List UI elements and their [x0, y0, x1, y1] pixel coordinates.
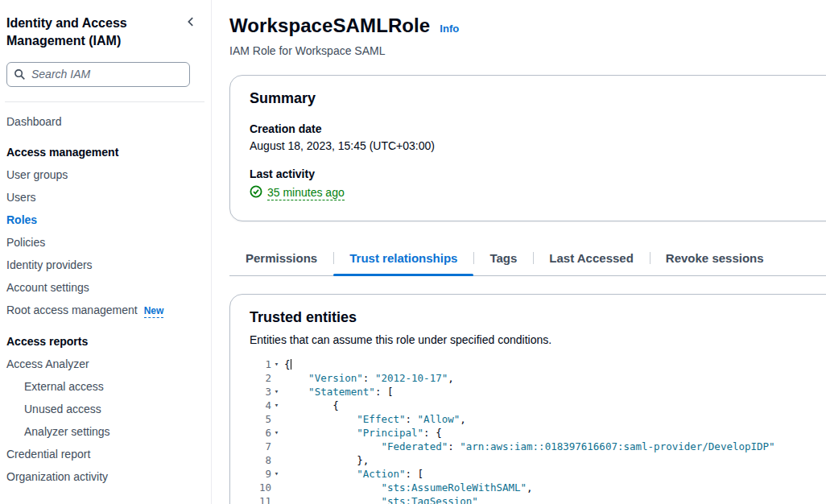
code-line: 10 "sts:AssumeRoleWithSAML",	[245, 481, 825, 494]
line-number[interactable]: 5	[245, 412, 282, 426]
sidebar-item-label: Analyzer settings	[24, 425, 110, 438]
sidebar-item-label: Roles	[6, 213, 37, 226]
sidebar-item-organization-activity[interactable]: Organization activity	[6, 465, 200, 488]
sidebar-item-dashboard[interactable]: Dashboard	[6, 110, 200, 133]
tab-trust-relationships[interactable]: Trust relationships	[333, 244, 473, 275]
code-line: 4▾ {	[245, 399, 825, 412]
last-activity-value[interactable]: 35 minutes ago	[267, 186, 345, 200]
sidebar-section-access-management: Access management	[6, 141, 200, 163]
tab-tags[interactable]: Tags	[473, 244, 533, 275]
fold-arrow-icon[interactable]: ▾	[271, 357, 282, 371]
code-content[interactable]: "Action": [	[282, 467, 423, 481]
policy-code-editor[interactable]: 1▾{2 "Version": "2012-10-17",3▾ "Stateme…	[245, 357, 825, 504]
code-content[interactable]: "Principal": {	[282, 426, 442, 440]
line-number[interactable]: 11	[245, 494, 282, 504]
sidebar-item-policies[interactable]: Policies	[6, 231, 200, 254]
text-cursor	[291, 359, 291, 370]
sidebar-header: Identity and Access Management (IAM)	[6, 11, 200, 62]
code-content[interactable]: },	[282, 453, 369, 467]
new-badge: New	[144, 305, 164, 318]
trusted-entities-description: Entities that can assume this role under…	[250, 333, 825, 346]
sidebar-divider	[5, 101, 204, 102]
sidebar-item-roles[interactable]: Roles	[6, 209, 200, 231]
sidebar-item-label: Users	[6, 191, 36, 204]
info-link[interactable]: Info	[440, 23, 459, 35]
sidebar-item-users[interactable]: Users	[6, 186, 200, 209]
code-content[interactable]: "Version": "2012-10-17",	[282, 371, 454, 385]
iam-console: Identity and Access Management (IAM) Das…	[0, 0, 826, 504]
summary-card: Summary Creation date August 18, 2023, 1…	[229, 75, 826, 221]
tab-bar: PermissionsTrust relationshipsTagsLast A…	[229, 244, 826, 276]
sidebar-item-root-access-management[interactable]: Root access managementNew	[6, 299, 200, 322]
sidebar-item-label: Dashboard	[6, 115, 62, 128]
tab-last-accessed[interactable]: Last Accessed	[533, 244, 650, 275]
main-content: WorkspaceSAMLRole Info IAM Role for Work…	[212, 0, 826, 504]
line-number[interactable]: 2	[245, 371, 282, 385]
sidebar-item-label: Account settings	[6, 281, 89, 294]
sidebar-item-label: Unused access	[24, 403, 101, 415]
fold-arrow-icon[interactable]: ▾	[271, 426, 282, 440]
sidebar-collapse-button[interactable]	[182, 13, 200, 33]
sidebar-item-label: Access reports	[6, 335, 88, 348]
sidebar-item-credential-report[interactable]: Credential report	[6, 443, 200, 465]
code-line: 9▾ "Action": [	[245, 467, 825, 481]
sidebar-item-label: User groups	[6, 168, 68, 181]
code-line: 2 "Version": "2012-10-17",	[245, 371, 825, 385]
success-check-icon	[250, 185, 262, 201]
code-content[interactable]: {	[282, 357, 291, 371]
sidebar-item-label: Root access management	[6, 304, 138, 316]
tab-revoke-sessions[interactable]: Revoke sessions	[650, 244, 780, 275]
code-line: 1▾{	[245, 357, 825, 371]
chevron-left-icon	[185, 18, 196, 30]
sidebar-item-label: Identity providers	[6, 258, 93, 271]
sidebar-item-external-access[interactable]: External access	[6, 375, 200, 398]
line-number[interactable]: 1▾	[245, 357, 282, 371]
code-line: 8 },	[245, 453, 825, 467]
line-number[interactable]: 10	[245, 481, 282, 494]
tab-permissions[interactable]: Permissions	[229, 244, 333, 275]
sidebar-item-label: External access	[24, 380, 104, 393]
code-line: 3▾ "Statement": [	[245, 385, 825, 399]
sidebar: Identity and Access Management (IAM) Das…	[0, 0, 212, 504]
sidebar-title: Identity and Access Management (IAM)	[6, 14, 167, 51]
sidebar-item-label: Organization activity	[6, 470, 108, 483]
search-input[interactable]	[6, 62, 190, 87]
last-activity-status: 35 minutes ago	[250, 185, 825, 201]
sidebar-search	[6, 62, 200, 87]
sidebar-item-user-groups[interactable]: User groups	[6, 163, 200, 186]
code-content[interactable]: "sts:AssumeRoleWithSAML",	[282, 481, 533, 494]
code-content[interactable]: "Federated": "arn:aws:iam::018397616607:…	[282, 440, 775, 453]
sidebar-item-account-settings[interactable]: Account settings	[6, 276, 200, 299]
trusted-entities-card: Trusted entities Entities that can assum…	[229, 294, 826, 504]
trusted-entities-heading: Trusted entities	[250, 309, 825, 326]
code-line: 7 "Federated": "arn:aws:iam::01839761660…	[245, 440, 825, 453]
code-line: 11 "sts:TagSession"	[245, 494, 825, 504]
code-content[interactable]: "Effect": "Allow",	[282, 412, 466, 426]
summary-heading: Summary	[250, 90, 825, 107]
last-activity-label: Last activity	[250, 167, 825, 180]
sidebar-item-label: Policies	[6, 236, 45, 249]
code-content[interactable]: {	[282, 399, 339, 412]
line-number[interactable]: 3▾	[245, 385, 282, 399]
sidebar-item-analyzer-settings[interactable]: Analyzer settings	[6, 420, 200, 443]
sidebar-section-access-reports: Access reports	[6, 330, 200, 353]
sidebar-item-label: Access Analyzer	[6, 357, 89, 370]
fold-arrow-icon[interactable]: ▾	[271, 385, 282, 399]
sidebar-item-access-analyzer[interactable]: Access Analyzer	[6, 353, 200, 375]
code-line: 6▾ "Principal": {	[245, 426, 825, 440]
fold-arrow-icon[interactable]: ▾	[271, 467, 282, 481]
creation-date-value: August 18, 2023, 15:45 (UTC+03:00)	[250, 139, 825, 152]
sidebar-item-label: Access management	[6, 146, 118, 159]
sidebar-item-identity-providers[interactable]: Identity providers	[6, 254, 200, 276]
line-number[interactable]: 8	[245, 453, 282, 467]
code-content[interactable]: "Statement": [	[282, 385, 393, 399]
page-subtitle: IAM Role for Workspace SAML	[229, 44, 826, 57]
line-number[interactable]: 6▾	[245, 426, 282, 440]
line-number[interactable]: 4▾	[245, 399, 282, 412]
code-content[interactable]: "sts:TagSession"	[282, 494, 478, 504]
line-number[interactable]: 9▾	[245, 467, 282, 481]
sidebar-item-unused-access[interactable]: Unused access	[6, 398, 200, 420]
creation-date-label: Creation date	[250, 122, 825, 135]
line-number[interactable]: 7	[245, 440, 282, 453]
fold-arrow-icon[interactable]: ▾	[271, 399, 282, 412]
